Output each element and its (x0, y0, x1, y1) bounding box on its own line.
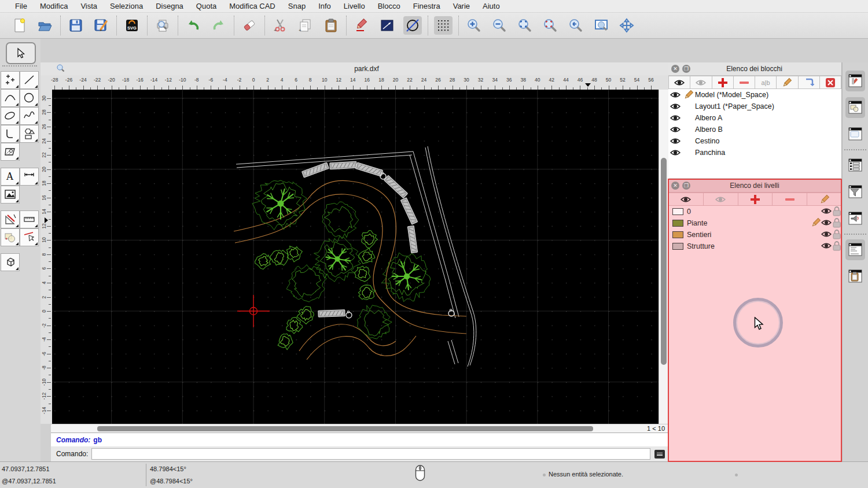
tool-cube-button[interactable] (1, 253, 20, 271)
print-preview-icon[interactable] (153, 16, 172, 35)
menu-snap[interactable]: Snap (282, 2, 312, 10)
svg-export-icon[interactable]: SVG (123, 16, 141, 35)
copy-icon[interactable]: + (296, 16, 315, 35)
menu-livello[interactable]: Livello (337, 2, 372, 10)
eye-icon[interactable] (668, 126, 682, 133)
lock-icon[interactable] (832, 229, 842, 241)
eye-icon[interactable] (821, 242, 832, 251)
blocks-rename-ab-icon[interactable]: a|b (755, 76, 777, 89)
lock-icon[interactable] (832, 241, 842, 253)
tool-points-button[interactable] (1, 71, 20, 89)
blocks-minus-icon[interactable] (734, 76, 755, 89)
float-panel-icon[interactable]: ❐ (682, 65, 690, 73)
menu-vista[interactable]: Vista (74, 2, 104, 10)
layers-pencil-icon[interactable] (807, 193, 842, 206)
zoom-auto-icon[interactable] (516, 16, 534, 35)
tool-ellipse-button[interactable] (1, 107, 20, 125)
no-circle-icon[interactable] (403, 16, 422, 35)
layer-row[interactable]: Strutture (668, 241, 842, 252)
horizontal-scrollbar-thumb[interactable] (97, 426, 593, 431)
float-panel-icon[interactable]: ❐ (682, 182, 690, 190)
eraser-icon[interactable] (240, 16, 259, 35)
tool-line-button[interactable] (20, 71, 39, 89)
eye-icon[interactable] (668, 91, 682, 98)
dock-selection-filter-icon[interactable] (845, 182, 865, 202)
tool-circle-button[interactable] (20, 89, 39, 107)
zoom-out-icon[interactable] (490, 16, 509, 35)
menu-seleziona[interactable]: Seleziona (104, 2, 149, 10)
menu-info[interactable]: Info (312, 2, 337, 10)
dock-command-line-icon[interactable] (845, 239, 865, 260)
undo-icon[interactable] (184, 16, 203, 35)
block-row[interactable]: Model (*Model_Space) (668, 89, 841, 101)
blocks-eye-gray-icon[interactable] (690, 76, 712, 89)
tool-arc-button[interactable] (1, 89, 20, 107)
cut-icon[interactable]: + (271, 16, 289, 35)
eye-icon[interactable] (668, 149, 682, 156)
block-row[interactable]: Layout1 (*Paper_Space) (668, 101, 841, 112)
eye-icon[interactable] (668, 138, 682, 145)
zoom-window-icon[interactable] (592, 16, 610, 35)
tool-measure-button[interactable] (20, 210, 39, 228)
paste-icon[interactable] (322, 16, 340, 35)
block-row[interactable]: Albero B (668, 124, 841, 135)
block-row[interactable]: Panchina (668, 147, 841, 158)
menu-quota[interactable]: Quota (190, 2, 223, 10)
menu-finestra[interactable]: Finestra (407, 2, 447, 10)
menu-disegna[interactable]: Disegna (149, 2, 190, 10)
redo-icon[interactable] (209, 16, 228, 35)
eye-icon[interactable] (668, 114, 682, 121)
tool-hatch-button[interactable] (1, 143, 20, 161)
lock-icon[interactable] (832, 206, 842, 218)
blocks-insert-arrow-icon[interactable] (799, 76, 820, 89)
select-tool-button[interactable] (6, 42, 36, 64)
save-icon[interactable] (67, 16, 85, 35)
tool-text-button[interactable]: A (1, 168, 20, 186)
new-file-icon[interactable] (10, 16, 29, 35)
menu-modifica[interactable]: Modifica (34, 2, 74, 10)
block-row[interactable]: Albero A (668, 112, 841, 124)
close-icon[interactable]: ✕ (671, 182, 679, 190)
horizontal-scrollbar[interactable]: 1 < 10 (51, 424, 668, 432)
layers-eye-gray-icon[interactable] (704, 193, 738, 206)
dock-property-editor-icon[interactable] (845, 71, 865, 91)
tool-explode-button[interactable] (20, 228, 39, 246)
drawing-canvas[interactable] (52, 90, 659, 424)
grid-icon[interactable] (434, 16, 453, 35)
tool-image-button[interactable] (1, 186, 20, 204)
zoom-in-icon[interactable] (465, 16, 483, 35)
menu-blocco[interactable]: Blocco (372, 2, 407, 10)
blocks-plus-icon[interactable] (712, 76, 734, 89)
dock-library-browser-icon[interactable] (845, 124, 865, 145)
dock-layer-list-icon[interactable] (845, 155, 865, 176)
menu-modifica-cad[interactable]: Modifica CAD (223, 2, 281, 10)
tool-modify-button[interactable] (1, 210, 20, 228)
layers-plus-icon[interactable] (738, 193, 773, 206)
dock-notification-icon[interactable] (845, 208, 865, 229)
zoom-previous-icon[interactable] (567, 16, 585, 35)
command-options-button[interactable] (654, 450, 665, 459)
layers-minus-icon[interactable] (773, 193, 807, 206)
lock-icon[interactable] (832, 217, 842, 230)
blocks-pencil-icon[interactable] (777, 76, 798, 89)
vertical-scrollbar-thumb[interactable] (661, 158, 667, 365)
tool-polygon-button[interactable] (20, 125, 39, 143)
command-input[interactable] (91, 448, 650, 460)
layer-row[interactable]: 0 (668, 206, 842, 217)
block-row[interactable]: Cestino (668, 135, 841, 147)
menu-varie[interactable]: Varie (447, 2, 476, 10)
eye-icon[interactable] (821, 231, 832, 239)
tool-dimension-button[interactable] (20, 168, 39, 186)
vertical-scrollbar[interactable] (659, 90, 669, 424)
menu-aiuto[interactable]: Aiuto (476, 2, 506, 10)
close-icon[interactable]: ✕ (671, 65, 679, 73)
eye-icon[interactable] (821, 208, 832, 216)
tool-spline-button[interactable] (20, 107, 39, 125)
zoom-selection-icon[interactable] (541, 16, 560, 35)
tool-block-button[interactable] (1, 228, 20, 246)
layer-row[interactable]: Piante (668, 217, 842, 229)
tool-polyline-button[interactable] (1, 125, 20, 143)
open-folder-icon[interactable] (36, 16, 54, 35)
dock-clipboard-icon[interactable] (845, 266, 865, 287)
dock-block-list-icon[interactable] (845, 97, 865, 118)
